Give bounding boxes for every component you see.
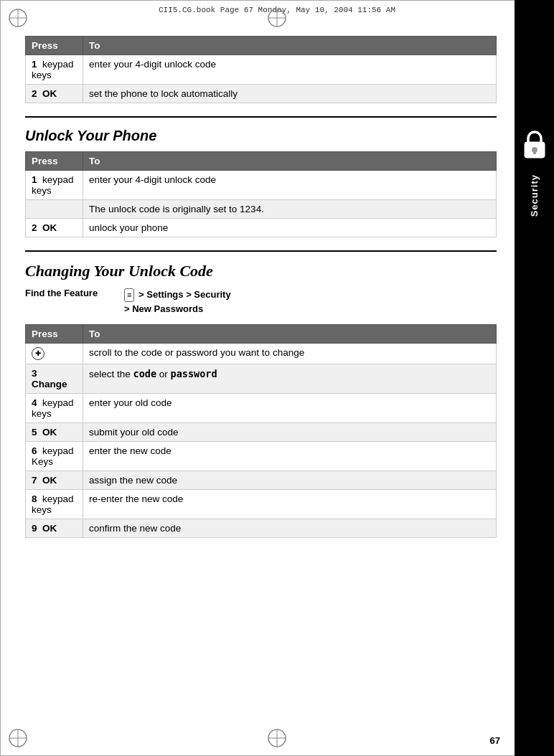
table2-row2-to: The unlock code is originally set to 123… bbox=[83, 200, 497, 219]
table-row: 5 OK submit your old code bbox=[26, 423, 497, 442]
table2-col1-header: Press bbox=[26, 152, 83, 171]
right-sidebar: Security bbox=[515, 0, 554, 756]
table-row: 7 OK assign the new code bbox=[26, 471, 497, 490]
table-row: 2 OK unlock your phone bbox=[26, 219, 497, 237]
corner-decoration-tl bbox=[7, 7, 29, 29]
table3-row6-to: enter the new code bbox=[83, 442, 497, 471]
divider2 bbox=[25, 250, 497, 252]
table3-row5-press: 5 OK bbox=[26, 423, 83, 442]
table1-row2-step: 2 OK bbox=[26, 85, 83, 103]
table3-row5-to: submit your old code bbox=[83, 423, 497, 442]
section3-table: Press To ✚ scroll to the code or passwor… bbox=[25, 324, 497, 538]
corner-decoration-tm bbox=[266, 7, 288, 29]
table3-row-scroll-press: ✚ bbox=[26, 344, 83, 364]
table2-row1-to: enter your 4-digit unlock code bbox=[83, 171, 497, 200]
page-number: 67 bbox=[490, 735, 500, 746]
table2-row3-to: unlock your phone bbox=[83, 219, 497, 237]
table3-row3-to: select the code or password bbox=[83, 364, 497, 394]
divider1 bbox=[25, 116, 497, 118]
find-path-line1: > Settings > Security bbox=[138, 289, 231, 300]
find-feature-path: ≡ > Settings > Security > New Passwords bbox=[124, 288, 231, 316]
table3-row7-press: 7 OK bbox=[26, 471, 83, 490]
sidebar-security-label: Security bbox=[529, 174, 540, 217]
table3-row-scroll-to: scroll to the code or password you want … bbox=[83, 344, 497, 364]
table3-row9-press: 9 OK bbox=[26, 519, 83, 538]
table3-row3-press: 3 Change bbox=[26, 364, 83, 394]
svg-rect-20 bbox=[533, 150, 536, 154]
table-row: 1 keypad keys enter your 4-digit unlock … bbox=[26, 171, 497, 200]
table2-row3-press: 2 OK bbox=[26, 219, 83, 237]
table2-col2-header: To bbox=[83, 152, 497, 171]
corner-decoration-bm bbox=[266, 727, 288, 749]
table-row: 9 OK confirm the new code bbox=[26, 519, 497, 538]
find-feature-block: Find the Feature ≡ > Settings > Security… bbox=[25, 288, 497, 316]
table-row: 4 keypad keys enter your old code bbox=[26, 394, 497, 423]
section3-heading: Changing Your Unlock Code bbox=[25, 262, 497, 280]
table1-row2-action: set the phone to lock automatically bbox=[83, 85, 497, 103]
table3-col1-header: Press bbox=[26, 325, 83, 344]
find-feature-label: Find the Feature bbox=[25, 288, 118, 298]
section2-heading: Unlock Your Phone bbox=[25, 128, 497, 144]
scroll-icon: ✚ bbox=[32, 347, 44, 360]
table3-row8-press: 8 keypad keys bbox=[26, 490, 83, 519]
corner-decoration-bl bbox=[7, 727, 29, 749]
find-path-line2: > New Passwords bbox=[124, 303, 203, 314]
table-row: 6 keypad Keys enter the new code bbox=[26, 442, 497, 471]
table1-row1-step: 1 keypad keys bbox=[26, 55, 83, 85]
menu-icon: ≡ bbox=[124, 288, 134, 302]
main-content: Press To 1 keypad keys enter your 4-digi… bbox=[14, 29, 507, 727]
table-row: 1 keypad keys enter your 4-digit unlock … bbox=[26, 55, 497, 85]
table1-col1-header: Press bbox=[26, 37, 83, 55]
table-row: 2 OK set the phone to lock automatically bbox=[26, 85, 497, 103]
table-row: ✚ scroll to the code or password you wan… bbox=[26, 344, 497, 364]
lock-icon bbox=[522, 129, 548, 166]
table-row: The unlock code is originally set to 123… bbox=[26, 200, 497, 219]
table-row: 8 keypad keys re-enter the new code bbox=[26, 490, 497, 519]
table3-row9-to: confirm the new code bbox=[83, 519, 497, 538]
table2-row2-press bbox=[26, 200, 83, 219]
table1-row1-action: enter your 4-digit unlock code bbox=[83, 55, 497, 85]
table3-col2-header: To bbox=[83, 325, 497, 344]
table2-row1-press: 1 keypad keys bbox=[26, 171, 83, 200]
table-row: 3 Change select the code or password bbox=[26, 364, 497, 394]
table1-col2-header: To bbox=[83, 37, 497, 55]
table3-row8-to: re-enter the new code bbox=[83, 490, 497, 519]
table3-row7-to: assign the new code bbox=[83, 471, 497, 490]
table3-row4-to: enter your old code bbox=[83, 394, 497, 423]
table3-row4-press: 4 keypad keys bbox=[26, 394, 83, 423]
table3-row6-press: 6 keypad Keys bbox=[26, 442, 83, 471]
section2-table: Press To 1 keypad keys enter your 4-digi… bbox=[25, 151, 497, 237]
section1-table: Press To 1 keypad keys enter your 4-digi… bbox=[25, 36, 497, 103]
